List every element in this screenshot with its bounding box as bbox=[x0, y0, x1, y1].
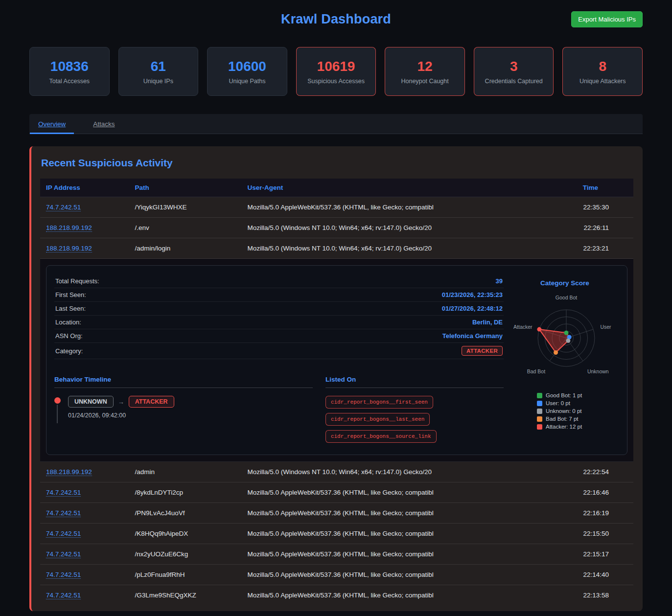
arrow-right-icon: → bbox=[118, 398, 124, 406]
ip-address-link[interactable]: 74.7.242.51 bbox=[46, 592, 81, 599]
legend-label: Good Bot: 1 pt bbox=[546, 392, 582, 398]
field-value: 39 bbox=[496, 277, 503, 285]
user-agent-cell: Mozilla/5.0 AppleWebKit/537.36 (KHTML, l… bbox=[242, 482, 547, 503]
time-cell: 22:15:17 bbox=[546, 544, 633, 565]
stat-value: 12 bbox=[417, 59, 433, 74]
ip-address-link[interactable]: 74.7.242.51 bbox=[46, 530, 81, 538]
legend-swatch-icon bbox=[537, 424, 542, 430]
timeline-dot-icon bbox=[54, 397, 61, 404]
dashboard-container: Krawl Dashboard Export Malicious IPs 108… bbox=[29, 0, 643, 611]
tab-bar: OverviewAttacks bbox=[29, 114, 643, 134]
field-value: Telefonica Germany bbox=[442, 332, 503, 340]
stat-value: 10619 bbox=[317, 59, 355, 74]
ip-cell: 74.7.242.51 bbox=[40, 197, 129, 218]
detail-field-row: Category:ATTACKER bbox=[54, 343, 504, 359]
legend-item: Bad Bot: 7 pt bbox=[537, 416, 582, 422]
time-cell: 22:15:50 bbox=[546, 524, 633, 544]
export-malicious-ips-button[interactable]: Export Malicious IPs bbox=[571, 11, 643, 27]
ip-address-link[interactable]: 74.7.242.51 bbox=[46, 204, 81, 211]
stat-label: Unique Paths bbox=[229, 78, 265, 85]
ip-address-link[interactable]: 74.7.242.51 bbox=[46, 509, 81, 517]
radar-axis-label: Bad Bot bbox=[527, 368, 545, 374]
expanded-detail-row: Total Requests:39First Seen:01/23/2026, … bbox=[40, 259, 633, 462]
legend-item: Good Bot: 1 pt bbox=[537, 392, 582, 398]
panel-title: Recent Suspicious Activity bbox=[41, 157, 633, 169]
stat-label: Total Accesses bbox=[49, 78, 90, 85]
ip-address-link[interactable]: 74.7.242.51 bbox=[46, 489, 81, 497]
detail-field-row: Last Seen:01/27/2026, 22:48:12 bbox=[54, 302, 504, 316]
timeline-from-badge: UNKNOWN bbox=[68, 396, 114, 408]
legend-item: Attacker: 12 pt bbox=[537, 424, 582, 430]
field-value: 01/23/2026, 22:35:23 bbox=[442, 291, 503, 298]
table-row[interactable]: 74.7.242.51/G3Lme9ShEQgXKZMozilla/5.0 Ap… bbox=[40, 585, 633, 606]
detail-field-row: First Seen:01/23/2026, 22:35:23 bbox=[54, 288, 504, 302]
chart-legend: Good Bot: 1 ptUser: 0 ptUnknown: 0 ptBad… bbox=[537, 392, 582, 432]
field-label: First Seen: bbox=[55, 291, 86, 298]
ip-address-link[interactable]: 188.218.99.192 bbox=[46, 245, 92, 252]
table-row[interactable]: 74.7.242.51/YiqykGI13WHXEMozilla/5.0 App… bbox=[40, 197, 633, 218]
table-row[interactable]: 188.218.99.192/.envMozilla/5.0 (Windows … bbox=[40, 218, 633, 238]
column-header-ip-address: IP Address bbox=[40, 179, 129, 197]
table-row[interactable]: 74.7.242.51/nx2yUOZuE6CkgMozilla/5.0 App… bbox=[40, 544, 633, 565]
behavior-timeline-section: Behavior Timeline UNKNOWN → ATTACKER 01/… bbox=[54, 376, 313, 443]
radar-axis-label: Attacker bbox=[513, 324, 533, 330]
timeline-event: UNKNOWN → ATTACKER 01/24/2026, 09:42:00 bbox=[54, 396, 313, 426]
suspicious-activity-table: IP AddressPathUser-AgentTime 74.7.242.51… bbox=[40, 179, 633, 605]
path-cell: /PN9LvAcJ4uoVf bbox=[129, 503, 242, 524]
field-value: Berlin, DE bbox=[472, 319, 503, 326]
user-agent-cell: Mozilla/5.0 AppleWebKit/537.36 (KHTML, l… bbox=[242, 585, 547, 606]
user-agent-cell: Mozilla/5.0 AppleWebKit/537.36 (KHTML, l… bbox=[242, 197, 547, 218]
stat-card-honeypot-caught: 12Honeypot Caught bbox=[385, 47, 465, 96]
listed-on-title: Listed On bbox=[325, 376, 504, 388]
ip-cell: 74.7.242.51 bbox=[40, 524, 129, 544]
ip-cell: 74.7.242.51 bbox=[40, 544, 129, 565]
legend-label: Attacker: 12 pt bbox=[546, 424, 582, 430]
ip-cell: 74.7.242.51 bbox=[40, 503, 129, 524]
table-row[interactable]: 74.7.242.51/PN9LvAcJ4uoVfMozilla/5.0 App… bbox=[40, 503, 633, 524]
legend-swatch-icon bbox=[537, 401, 542, 406]
time-cell: 22:16:46 bbox=[546, 482, 633, 503]
tab-overview[interactable]: Overview bbox=[30, 114, 74, 134]
ip-address-link[interactable]: 74.7.242.51 bbox=[46, 550, 81, 558]
time-cell: 22:13:58 bbox=[546, 585, 633, 606]
user-agent-cell: Mozilla/5.0 AppleWebKit/537.36 (KHTML, l… bbox=[242, 544, 547, 565]
field-label: Last Seen: bbox=[55, 305, 86, 312]
path-cell: /G3Lme9ShEQgXKZ bbox=[129, 585, 242, 606]
chart-title: Category Score bbox=[540, 279, 589, 287]
detail-field-row: Total Requests:39 bbox=[54, 274, 504, 288]
field-label: Total Requests: bbox=[55, 277, 99, 285]
ip-address-link[interactable]: 188.218.99.192 bbox=[46, 468, 92, 476]
path-cell: /nx2yUOZuE6Ckg bbox=[129, 544, 242, 565]
table-row[interactable]: 188.218.99.192/adminMozilla/5.0 (Windows… bbox=[40, 462, 633, 482]
table-row[interactable]: 188.218.99.192/admin/loginMozilla/5.0 (W… bbox=[40, 238, 633, 259]
user-agent-cell: Mozilla/5.0 AppleWebKit/537.36 (KHTML, l… bbox=[242, 524, 547, 544]
field-label: Location: bbox=[55, 319, 81, 326]
legend-label: User: 0 pt bbox=[546, 400, 570, 406]
table-row[interactable]: 74.7.242.51/K8HQq9hAipeDXMozilla/5.0 App… bbox=[40, 524, 633, 544]
ip-detail-panel: Total Requests:39First Seen:01/23/2026, … bbox=[46, 265, 627, 455]
ip-address-link[interactable]: 74.7.242.51 bbox=[46, 571, 81, 579]
behavior-timeline-title: Behavior Timeline bbox=[54, 376, 313, 388]
column-header-path: Path bbox=[129, 179, 242, 197]
category-score-radar-chart: Good BotUserUnknownBad BotAttacker bbox=[511, 288, 618, 387]
legend-swatch-icon bbox=[537, 393, 542, 398]
legend-label: Bad Bot: 7 pt bbox=[546, 416, 579, 422]
legend-item: User: 0 pt bbox=[537, 400, 582, 406]
ip-address-link[interactable]: 188.218.99.192 bbox=[46, 224, 92, 232]
stat-card-unique-attackers: 8Unique Attackers bbox=[562, 47, 643, 96]
ip-cell: 74.7.242.51 bbox=[40, 585, 129, 606]
path-cell: /YiqykGI13WHXE bbox=[129, 197, 242, 218]
ip-detail-fields: Total Requests:39First Seen:01/23/2026, … bbox=[54, 274, 504, 359]
tab-attacks[interactable]: Attacks bbox=[85, 114, 123, 134]
table-row[interactable]: 74.7.242.51/8ykdLnDYTi2cpMozilla/5.0 App… bbox=[40, 482, 633, 503]
radar-axis-label: Unknown bbox=[587, 368, 609, 374]
listed-on-section: Listed On cidr_report_bogons__first_seen… bbox=[325, 376, 504, 443]
time-cell: 22:22:54 bbox=[546, 462, 633, 482]
column-header-time: Time bbox=[546, 179, 633, 197]
detail-field-row: ASN Org:Telefonica Germany bbox=[54, 329, 504, 343]
stat-card-credentials-captured: 3Credentials Captured bbox=[474, 47, 554, 96]
listed-on-badge: cidr_report_bogons__first_seen bbox=[325, 396, 433, 409]
user-agent-cell: Mozilla/5.0 AppleWebKit/537.36 (KHTML, l… bbox=[242, 503, 547, 524]
table-row[interactable]: 74.7.242.51/pLz0Fnua9fRhHMozilla/5.0 App… bbox=[40, 565, 633, 585]
field-value: 01/27/2026, 22:48:12 bbox=[442, 305, 503, 312]
